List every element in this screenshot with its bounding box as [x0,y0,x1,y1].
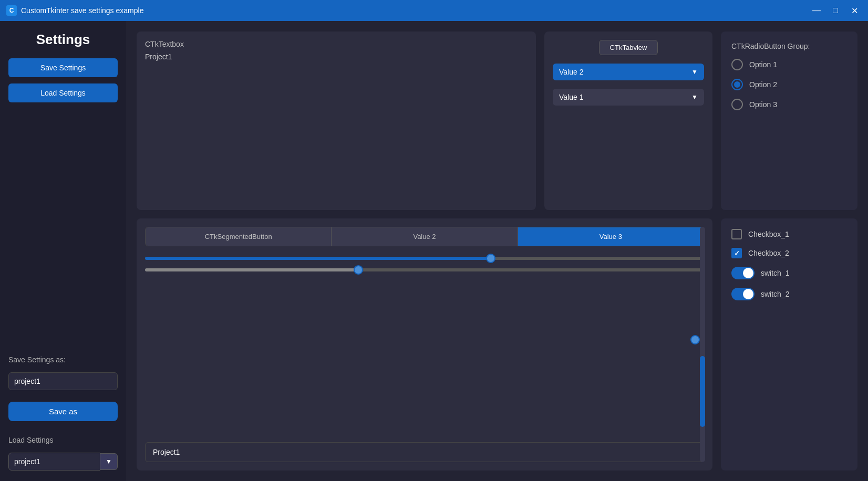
dropdown2-row: Value 1 ▼ [553,89,704,106]
dropdown-arrow-icon[interactable]: ▼ [100,453,118,470]
toggle-1-switch[interactable] [731,267,755,279]
sidebar: Settings Save Settings Load Settings Sav… [0,21,126,481]
load-label: Load Settings [8,436,118,444]
toggle-1-label: switch_1 [761,269,789,277]
maximize-button[interactable]: □ [828,3,843,18]
dropdown2-value: Value 1 [553,89,685,106]
textbox-label: CTkTextbox [145,40,528,48]
app-icon: C [6,5,17,16]
toggle-1-row[interactable]: switch_1 [731,267,847,279]
load-dropdown-row: project1 ▼ [8,453,118,470]
toggle-2-row[interactable]: switch_2 [731,288,847,300]
radio-label-1: Option 1 [749,60,777,69]
vertical-scrollbar-thumb [700,356,705,426]
sidebar-title: Settings [8,32,118,48]
checkbox-1-box[interactable] [731,229,742,239]
tabview-tab-button[interactable]: CTkTabview [599,40,658,55]
vertical-slider-thumb[interactable] [690,335,700,344]
content-top: CTkTextbox Project1 CTkTabview Value 2 ▼… [137,32,857,210]
radio-group-label: CTkRadioButton Group: [731,42,847,50]
load-dropdown[interactable]: project1 [8,453,100,470]
checkbox-panel: Checkbox_1 Checkbox_2 switch_1 swit [721,218,857,470]
radio-label-2: Option 2 [749,80,777,89]
checkbox-1-label: Checkbox_1 [748,230,789,238]
checkbox-2-item[interactable]: Checkbox_2 [731,248,847,258]
content-area: CTkTextbox Project1 CTkTabview Value 2 ▼… [126,21,868,481]
textbox-value: Project1 [145,53,528,61]
save-as-input[interactable] [8,372,118,390]
controls-main: CTkSegmentedButton Value 2 Value 3 [145,227,704,462]
toggle-2-knob [743,289,753,299]
radio-panel: CTkRadioButton Group: Option 1 Option 2 … [721,32,857,210]
content-bottom: CTkSegmentedButton Value 2 Value 3 [137,218,857,470]
checkbox-2-label: Checkbox_2 [748,249,789,257]
save-as-button[interactable]: Save as [8,402,118,421]
main-container: Settings Save Settings Load Settings Sav… [0,21,868,481]
checkbox-1-item[interactable]: Checkbox_1 [731,229,847,239]
dropdown1-arrow-icon[interactable]: ▼ [685,64,704,80]
window-controls: — □ ✕ [809,3,862,18]
radio-circle-1 [731,59,743,70]
toggle-1-knob [743,268,753,278]
radio-option1[interactable]: Option 1 [731,59,847,70]
titlebar: C CustomTkinter save settings example — … [0,0,868,21]
controls-panel: CTkSegmentedButton Value 2 Value 3 [137,218,712,470]
vertical-scrollbar[interactable] [700,227,705,462]
radio-option2[interactable]: Option 2 [731,79,847,90]
radio-circle-2 [731,79,743,90]
save-settings-button[interactable]: Save Settings [8,58,118,77]
dropdown1-value: Value 2 [553,64,685,80]
slider-1[interactable] [145,257,704,260]
dropdown2-arrow-icon[interactable]: ▼ [685,89,704,105]
bottom-input[interactable] [145,442,704,462]
radio-circle-3 [731,99,743,110]
save-as-label: Save Settings as: [8,355,118,364]
seg-btn-2[interactable]: Value 2 [332,227,518,246]
toggle-2-label: switch_2 [761,290,789,298]
minimize-button[interactable]: — [809,3,824,18]
close-button[interactable]: ✕ [847,3,862,18]
seg-btn-3[interactable]: Value 3 [518,227,704,246]
load-settings-button[interactable]: Load Settings [8,83,118,102]
titlebar-title: CustomTkinter save settings example [21,6,143,15]
vertical-controls [691,218,712,470]
radio-label-3: Option 3 [749,100,777,109]
dropdown1-row: Value 2 ▼ [553,64,704,80]
textbox-panel: CTkTextbox Project1 [137,32,536,210]
segmented-button-group: CTkSegmentedButton Value 2 Value 3 [145,227,704,246]
slider-container [145,257,704,271]
slider-2[interactable] [145,268,704,271]
checkbox-2-box[interactable] [731,248,742,258]
bottom-input-row [145,442,704,462]
tabview-panel: CTkTabview Value 2 ▼ Value 1 ▼ [544,32,712,210]
toggle-2-switch[interactable] [731,288,755,300]
radio-option3[interactable]: Option 3 [731,99,847,110]
seg-btn-1[interactable]: CTkSegmentedButton [146,227,332,246]
titlebar-left: C CustomTkinter save settings example [6,5,143,16]
